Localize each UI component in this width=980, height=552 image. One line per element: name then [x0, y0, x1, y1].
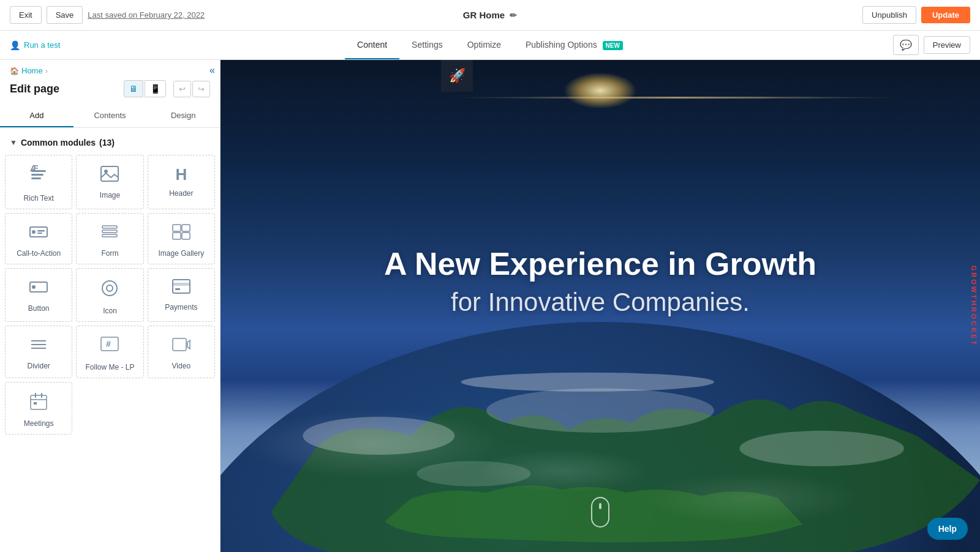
page-title-center: GR Home ✏: [463, 10, 517, 20]
svg-rect-8: [37, 230, 45, 232]
module-divider[interactable]: Divider: [5, 326, 72, 378]
module-meetings-label: Meetings: [24, 419, 54, 428]
svg-text:#: #: [106, 339, 111, 349]
header-icon: H: [175, 165, 187, 184]
side-label-container: GROWTHROCKET: [968, 60, 980, 552]
top-bar-left: Exit Save Last saved on February 22, 202…: [10, 6, 205, 24]
canvas-area: 🚀: [221, 60, 980, 552]
module-form-label: Form: [101, 249, 118, 258]
svg-rect-23: [175, 288, 180, 290]
module-follow-me-lp[interactable]: # Follow Me - LP: [76, 326, 143, 378]
module-video[interactable]: Video: [148, 326, 215, 378]
last-saved-text: Last saved on February 22, 2022: [88, 10, 205, 20]
light-streak: [448, 97, 904, 99]
payments-icon: [172, 278, 191, 298]
module-image-label: Image: [100, 191, 120, 200]
preview-button[interactable]: Preview: [924, 36, 970, 54]
run-test-area[interactable]: 👤 Run a test: [10, 40, 60, 50]
hero-title: A New Experience in Growth: [384, 246, 816, 283]
module-payments[interactable]: Payments: [148, 268, 215, 322]
svg-rect-29: [173, 338, 186, 351]
scroll-indicator: [591, 497, 609, 528]
tab-settings[interactable]: Settings: [399, 31, 455, 59]
svg-rect-1: [31, 174, 43, 176]
module-payments-label: Payments: [165, 303, 197, 311]
cta-icon: [29, 223, 48, 244]
mouse-dot: [599, 503, 601, 509]
modules-section: ▼ Common modules (13) Æ Rich Text: [0, 128, 220, 552]
svg-rect-9: [37, 233, 42, 234]
sidebar-tab-contents[interactable]: Contents: [74, 105, 147, 127]
desktop-view-button[interactable]: 🖥: [124, 80, 143, 97]
breadcrumb-home[interactable]: Home: [21, 66, 43, 75]
svg-rect-34: [34, 402, 37, 405]
save-button[interactable]: Save: [47, 6, 83, 24]
breadcrumb: 🏠 Home ›: [0, 60, 220, 75]
rocket-icon: 🚀: [449, 68, 466, 84]
video-icon: [172, 336, 191, 357]
sidebar-collapse-button[interactable]: «: [209, 65, 215, 76]
divider-icon: [29, 336, 48, 357]
side-label-text: GROWTHROCKET: [970, 266, 978, 347]
svg-point-20: [107, 285, 113, 291]
svg-rect-12: [102, 234, 117, 237]
modules-grid: Æ Rich Text Image: [5, 155, 215, 378]
page-title-bar: GR Home ✏: [463, 10, 517, 20]
undo-button[interactable]: ↩: [173, 81, 191, 97]
help-button[interactable]: Help: [927, 518, 968, 540]
tab-publishing[interactable]: Publishing Options NEW: [513, 31, 635, 59]
svg-rect-10: [102, 226, 117, 228]
update-button[interactable]: Update: [921, 7, 970, 23]
common-modules-header[interactable]: ▼ Common modules (13): [5, 135, 215, 155]
svg-rect-30: [31, 395, 47, 409]
sidebar-tab-add[interactable]: Add: [0, 105, 74, 127]
hero-content: A New Experience in Growth for Innovativ…: [384, 246, 816, 317]
edit-page-header: Edit page 🖥 📱 ↩ ↪: [0, 75, 220, 105]
svg-text:Æ: Æ: [30, 165, 39, 173]
module-divider-label: Divider: [27, 362, 50, 370]
undo-redo-controls: ↩ ↪: [173, 81, 210, 97]
module-rich-text[interactable]: Æ Rich Text: [5, 155, 72, 209]
view-toggle: 🖥 📱: [124, 80, 166, 97]
hero-subtitle: for Innovative Companies.: [384, 288, 816, 317]
svg-rect-16: [182, 233, 190, 239]
meetings-icon: [29, 392, 48, 414]
module-form[interactable]: Form: [76, 213, 143, 264]
edit-page-title: Edit page: [10, 83, 59, 95]
page-name: GR Home: [463, 10, 505, 20]
unpublish-button[interactable]: Unpublish: [862, 6, 916, 24]
module-meetings[interactable]: Meetings: [5, 382, 72, 435]
breadcrumb-separator: ›: [45, 66, 48, 75]
module-image[interactable]: Image: [76, 155, 143, 209]
publishing-label: Publishing Options: [526, 40, 597, 50]
view-controls: 🖥 📱 ↩ ↪: [124, 80, 210, 97]
svg-rect-4: [101, 166, 118, 181]
run-test-icon: 👤: [10, 40, 20, 50]
svg-rect-15: [173, 233, 181, 239]
run-test-label[interactable]: Run a test: [24, 40, 60, 50]
tab-optimize[interactable]: Optimize: [455, 31, 513, 59]
nav-bar: 👤 Run a test Content Settings Optimize P…: [0, 31, 980, 60]
nav-right: 💬 Preview: [893, 35, 970, 55]
module-icon[interactable]: Icon: [76, 268, 143, 322]
module-image-gallery[interactable]: Image Gallery: [148, 213, 215, 264]
redo-button[interactable]: ↪: [192, 81, 210, 97]
module-button[interactable]: Button: [5, 268, 72, 322]
module-image-gallery-label: Image Gallery: [158, 249, 204, 258]
svg-point-7: [32, 230, 36, 234]
module-cta[interactable]: Call-to-Action: [5, 213, 72, 264]
module-header[interactable]: H Header: [148, 155, 215, 209]
section-toggle-icon: ▼: [10, 138, 17, 147]
tab-content[interactable]: Content: [345, 31, 399, 59]
comment-button[interactable]: 💬: [893, 35, 919, 55]
svg-point-19: [102, 281, 117, 296]
top-bar-right: Unpublish Update: [862, 6, 970, 24]
common-modules-count: (13): [99, 138, 115, 147]
mobile-view-button[interactable]: 📱: [145, 80, 166, 97]
sidebar: « 🏠 Home › Edit page 🖥 📱 ↩ ↪ Add Content…: [0, 60, 221, 552]
sidebar-tab-design[interactable]: Design: [146, 105, 220, 127]
module-button-label: Button: [28, 304, 50, 313]
exit-button[interactable]: Exit: [10, 6, 42, 24]
rocket-banner[interactable]: 🚀: [441, 60, 473, 92]
edit-page-name-icon[interactable]: ✏: [510, 10, 517, 20]
